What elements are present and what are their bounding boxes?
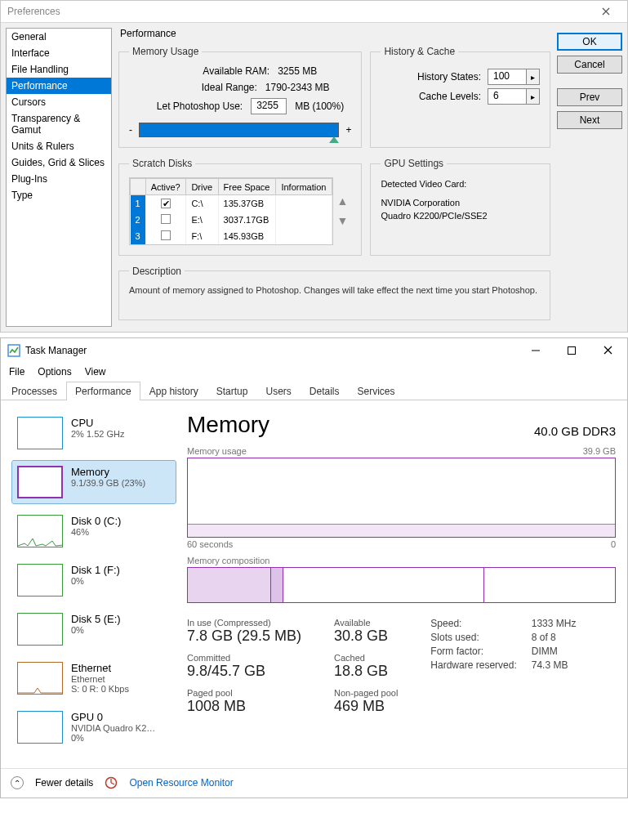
stepper-arrow-icon[interactable]: ▸ <box>527 88 540 105</box>
history-states-value[interactable]: 100 <box>488 69 527 85</box>
column-header[interactable]: Drive <box>186 179 218 195</box>
inuse-label: In use (Compressed) <box>187 618 301 628</box>
resource-title: Disk 1 (F:) <box>71 564 120 576</box>
active-checkbox[interactable] <box>161 230 171 240</box>
cache-levels-stepper[interactable]: 6 ▸ <box>488 88 540 105</box>
available-label: Available <box>334 618 398 628</box>
preferences-sidebar: GeneralInterfaceFile HandlingPerformance… <box>6 28 112 327</box>
cache-levels-label: Cache Levels: <box>419 91 481 102</box>
memory-unit: MB (100%) <box>295 101 344 112</box>
active-checkbox[interactable]: ✔ <box>161 199 171 208</box>
slider-thumb[interactable] <box>329 136 339 143</box>
description-legend: Description <box>129 266 185 277</box>
let-use-label: Let Photoshop Use: <box>136 101 243 112</box>
active-checkbox[interactable] <box>161 214 171 224</box>
thumbnail-chart <box>17 662 63 695</box>
sidebar-item-cursors[interactable]: Cursors <box>7 94 111 110</box>
close-icon <box>602 7 610 16</box>
titlebar[interactable]: Preferences <box>1 1 627 23</box>
maximize-icon <box>568 346 576 355</box>
resource-monitor-icon <box>105 776 118 789</box>
sidebar-item-transparency-gamut[interactable]: Transparency & Gamut <box>7 110 111 138</box>
resource-item-disk-5-e-[interactable]: Disk 5 (E:)0% <box>12 608 176 650</box>
resource-item-gpu-0[interactable]: GPU 0NVIDIA Quadro K2…0% <box>12 706 176 748</box>
resource-item-ethernet[interactable]: EthernetEthernetS: 0 R: 0 Kbps <box>12 657 176 699</box>
ok-button[interactable]: OK <box>557 33 622 51</box>
close-button[interactable] <box>590 338 626 363</box>
tab-users[interactable]: Users <box>256 382 300 400</box>
history-states-stepper[interactable]: 100 ▸ <box>488 69 540 85</box>
resource-title: Disk 5 (E:) <box>71 613 121 625</box>
slider-plus[interactable]: + <box>345 124 351 136</box>
available-value: 30.8 GB <box>334 628 398 645</box>
table-row[interactable]: 2 E:\3037.17GB <box>131 212 332 228</box>
menu-options[interactable]: Options <box>38 366 71 378</box>
memory-usage-chart <box>187 458 616 538</box>
column-header[interactable] <box>131 179 146 195</box>
next-button[interactable]: Next <box>557 111 622 129</box>
composition-label: Memory composition <box>187 556 269 565</box>
resource-item-memory[interactable]: Memory9.1/39.9 GB (23%) <box>12 461 176 503</box>
move-down-icon[interactable]: ▼ <box>336 214 348 227</box>
sidebar-item-plug-ins[interactable]: Plug-Ins <box>7 171 111 187</box>
window-title: Preferences <box>7 6 60 17</box>
fewer-details-link[interactable]: Fewer details <box>35 777 93 789</box>
cancel-button[interactable]: Cancel <box>557 56 622 74</box>
chart-label: Memory usage <box>187 446 247 456</box>
move-up-icon[interactable]: ▲ <box>336 194 348 208</box>
sidebar-item-general[interactable]: General <box>7 29 111 45</box>
memory-value-input[interactable]: 3255 <box>251 98 287 114</box>
chart-max: 39.9 GB <box>583 446 616 456</box>
tab-details[interactable]: Details <box>301 382 349 400</box>
column-header[interactable]: Free Space <box>218 179 276 195</box>
slider-minus[interactable]: - <box>129 124 132 136</box>
nonpaged-label: Non-paged pool <box>334 688 398 698</box>
sidebar-item-file-handling[interactable]: File Handling <box>7 61 111 78</box>
tab-performance[interactable]: Performance <box>66 382 140 400</box>
sidebar-item-type[interactable]: Type <box>7 187 111 203</box>
resource-item-disk-1-f-[interactable]: Disk 1 (F:)0% <box>12 559 176 601</box>
open-resource-monitor-link[interactable]: Open Resource Monitor <box>129 777 233 789</box>
chevron-up-icon[interactable]: ⌃ <box>11 776 24 789</box>
committed-value: 9.8/45.7 GB <box>187 663 301 680</box>
sidebar-item-guides-grid-slices[interactable]: Guides, Grid & Slices <box>7 154 111 171</box>
available-ram-value: 3255 MB <box>278 65 317 77</box>
scratch-disks-table[interactable]: Active?DriveFree SpaceInformation1 ✔ C:\… <box>130 178 332 244</box>
sidebar-item-units-rulers[interactable]: Units & Rulers <box>7 138 111 154</box>
prev-button[interactable]: Prev <box>557 88 622 106</box>
resource-title: Ethernet <box>71 662 129 674</box>
tab-app-history[interactable]: App history <box>140 382 207 400</box>
table-row[interactable]: 3 F:\145.93GB <box>131 228 332 244</box>
sidebar-item-performance[interactable]: Performance <box>7 78 111 94</box>
tab-processes[interactable]: Processes <box>2 382 66 400</box>
resource-item-cpu[interactable]: CPU2% 1.52 GHz <box>12 412 176 454</box>
resource-sub: NVIDIA Quadro K2… <box>71 723 155 733</box>
table-row[interactable]: 1 ✔ C:\135.37GB <box>131 195 332 212</box>
column-header[interactable]: Active? <box>145 179 186 195</box>
maximize-button[interactable] <box>554 338 590 363</box>
resource-sub: 2% 1.52 GHz <box>71 429 124 439</box>
gpu-legend: GPU Settings <box>381 158 447 169</box>
tab-services[interactable]: Services <box>349 382 404 400</box>
detail-key: Hardware reserved: <box>430 659 516 671</box>
minimize-button[interactable] <box>518 338 554 363</box>
detail-key: Form factor: <box>430 646 516 657</box>
memory-slider[interactable]: - + <box>129 123 351 137</box>
sidebar-item-interface[interactable]: Interface <box>7 45 111 61</box>
cache-levels-value[interactable]: 6 <box>488 88 527 105</box>
tab-startup[interactable]: Startup <box>207 382 257 400</box>
thumbnail-chart <box>17 515 63 547</box>
minimize-icon <box>532 346 540 355</box>
column-header[interactable]: Information <box>276 179 332 195</box>
menu-view[interactable]: View <box>85 366 106 378</box>
stepper-arrow-icon[interactable]: ▸ <box>527 69 540 85</box>
thumbnail-chart <box>17 466 63 498</box>
resource-sub: 9.1/39.9 GB (23%) <box>71 478 145 488</box>
ideal-range-label: Ideal Range: <box>151 82 257 93</box>
titlebar[interactable]: Task Manager <box>1 338 627 363</box>
menu-file[interactable]: File <box>9 366 24 378</box>
close-icon <box>604 346 612 355</box>
close-button[interactable] <box>590 1 622 22</box>
resource-item-disk-0-c-[interactable]: Disk 0 (C:)46% <box>12 510 176 552</box>
ideal-range-value: 1790-2343 MB <box>265 82 330 93</box>
